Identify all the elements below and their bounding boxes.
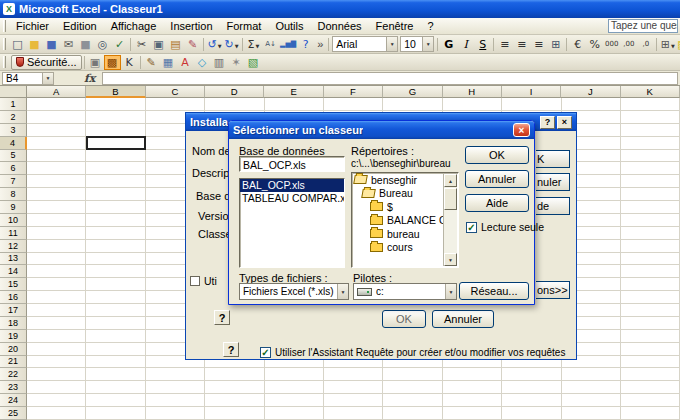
readonly-checkbox[interactable]: ✓ Lecture seule xyxy=(466,221,544,233)
copy-icon[interactable]: ▣ xyxy=(150,37,167,52)
close-titlebar-button[interactable]: × xyxy=(557,116,572,129)
file-list-item[interactable]: BAL_OCP.xls xyxy=(240,179,344,192)
directory-list[interactable]: benseghirBureau$BALANCE OCPbureaucours xyxy=(351,172,459,268)
row-header-9[interactable]: 9 xyxy=(0,201,27,214)
table-icon[interactable]: ▦ xyxy=(160,55,177,70)
decimal-increase-icon[interactable]: ,00 xyxy=(620,37,637,52)
percent-icon[interactable]: % xyxy=(586,37,603,52)
star-icon[interactable]: ✶ xyxy=(228,55,245,70)
row-header-15[interactable]: 15 xyxy=(0,278,27,291)
security-button[interactable]: Sécurité... xyxy=(11,55,82,70)
toolbar-overflow-chevron[interactable]: » xyxy=(314,38,326,50)
menu-item-format[interactable]: Format xyxy=(220,18,269,34)
align-left-icon[interactable]: ≡ xyxy=(496,37,513,52)
row-header-17[interactable]: 17 xyxy=(0,304,27,317)
column-header-h[interactable]: H xyxy=(443,86,502,98)
cancel-button[interactable]: Annuler xyxy=(465,170,529,188)
menu-item-affichage[interactable]: Affichage xyxy=(104,18,164,34)
row-header-18[interactable]: 18 xyxy=(0,317,27,330)
pencil-icon[interactable]: ✎ xyxy=(143,55,160,70)
dropdown-arrow-icon[interactable] xyxy=(445,284,456,299)
ok-button[interactable]: OK xyxy=(465,146,529,164)
row-header-8[interactable]: 8 xyxy=(0,188,27,201)
toolbar-grip[interactable] xyxy=(3,38,6,50)
directory-list-item[interactable]: BALANCE OCP xyxy=(352,214,443,228)
scrollbar[interactable] xyxy=(443,174,457,266)
decimal-decrease-icon[interactable]: ,0 xyxy=(637,37,654,52)
column-header-d[interactable]: D xyxy=(205,86,264,98)
type-question-box[interactable]: Tapez une questi xyxy=(608,19,678,33)
row-header-7[interactable]: 7 xyxy=(0,175,27,188)
directory-list-item[interactable]: bureau xyxy=(352,227,443,241)
row-header-20[interactable]: 20 xyxy=(0,343,27,356)
redo-icon[interactable]: ↻ xyxy=(223,37,240,52)
chart-wizard-icon[interactable]: ▂▅▇ xyxy=(279,37,297,52)
print-preview-icon[interactable]: ◎ xyxy=(94,37,111,52)
format-painter-icon[interactable]: ✎ xyxy=(184,37,201,52)
menu-item-outils[interactable]: Outils xyxy=(268,18,310,34)
row-header-24[interactable]: 24 xyxy=(0,394,27,407)
visual-basic-icon[interactable]: ▩ xyxy=(104,55,121,70)
network-button[interactable]: Réseau... xyxy=(459,282,529,300)
help-button[interactable]: ? xyxy=(223,342,239,357)
autosum-icon[interactable]: Σ xyxy=(245,37,262,52)
spelling-icon[interactable]: ✓ xyxy=(111,37,128,52)
align-right-icon[interactable]: ≡ xyxy=(530,37,547,52)
align-center-icon[interactable]: ≡ xyxy=(513,37,530,52)
mail-icon[interactable]: ✉ xyxy=(60,37,77,52)
column-header-j[interactable]: J xyxy=(561,86,620,98)
bold-icon[interactable]: G xyxy=(440,37,457,52)
row-header-3[interactable]: 3 xyxy=(0,124,27,137)
font-size-combo[interactable]: 10 xyxy=(400,36,434,52)
cancel-button[interactable]: Annuler xyxy=(432,310,494,328)
row-header-10[interactable]: 10 xyxy=(0,214,27,227)
column-header-b[interactable]: B xyxy=(86,86,145,98)
name-box[interactable]: B4 xyxy=(2,72,54,85)
dropdown-arrow-icon[interactable] xyxy=(42,73,53,84)
filetype-combo[interactable]: Fichiers Excel (*.xls) xyxy=(239,283,349,300)
save-icon[interactable]: ■ xyxy=(43,37,60,52)
open-icon[interactable]: ■ xyxy=(26,37,43,52)
file-list[interactable]: BAL_OCP.xlsTABLEAU COMPAR.xls xyxy=(239,178,345,268)
italic-icon[interactable]: I xyxy=(457,37,474,52)
macro-icon[interactable]: ▣ xyxy=(87,55,104,70)
dropdown-arrow-icon[interactable] xyxy=(422,37,433,51)
paste-icon[interactable]: ▤ xyxy=(167,37,184,52)
dropdown-arrow-icon[interactable] xyxy=(386,37,397,51)
shape-icon[interactable]: ◇ xyxy=(194,55,211,70)
row-header-12[interactable]: 12 xyxy=(0,240,27,253)
row-header-13[interactable]: 13 xyxy=(0,253,27,266)
ok-button-fragment[interactable]: K xyxy=(536,150,570,168)
row-header-23[interactable]: 23 xyxy=(0,381,27,394)
directory-list-item[interactable]: $ xyxy=(352,200,443,214)
drives-combo[interactable]: c: xyxy=(353,283,457,300)
underline-icon[interactable]: S xyxy=(474,37,491,52)
row-header-11[interactable]: 11 xyxy=(0,227,27,240)
help-button[interactable]: Aide xyxy=(465,194,529,212)
checkbox-fragment[interactable]: Uti xyxy=(190,275,217,287)
close-button[interactable]: × xyxy=(513,123,530,137)
directory-list-item[interactable]: cours xyxy=(352,241,443,255)
row-header-6[interactable]: 6 xyxy=(0,162,27,175)
sort-ascending-icon[interactable]: A↓ xyxy=(262,37,279,52)
scrollbar-thumb[interactable] xyxy=(444,188,457,210)
formula-input[interactable] xyxy=(102,72,678,85)
cancel-button-fragment[interactable]: nuler xyxy=(536,173,570,191)
column-header-c[interactable]: C xyxy=(146,86,205,98)
scroll-up-icon[interactable] xyxy=(444,174,457,187)
thousands-icon[interactable]: 000 xyxy=(603,37,620,52)
scroll-down-icon[interactable] xyxy=(444,253,457,266)
menu-item-edition[interactable]: Edition xyxy=(56,18,104,34)
dropdown-arrow-icon[interactable] xyxy=(337,284,348,299)
select-all-corner[interactable] xyxy=(0,86,27,98)
row-header-2[interactable]: 2 xyxy=(0,111,27,124)
font-name-combo[interactable]: Arial xyxy=(332,36,398,52)
row-header-25[interactable]: 25 xyxy=(0,407,27,420)
pattern-icon[interactable]: ▧ xyxy=(245,55,262,70)
toolbar-grip[interactable] xyxy=(3,56,6,68)
directory-list-item[interactable]: benseghir xyxy=(352,173,443,187)
row-header-22[interactable]: 22 xyxy=(0,368,27,381)
merge-center-icon[interactable]: ⊞ xyxy=(547,37,564,52)
column-header-a[interactable]: A xyxy=(27,86,86,98)
help-icon[interactable]: ? xyxy=(297,37,314,52)
